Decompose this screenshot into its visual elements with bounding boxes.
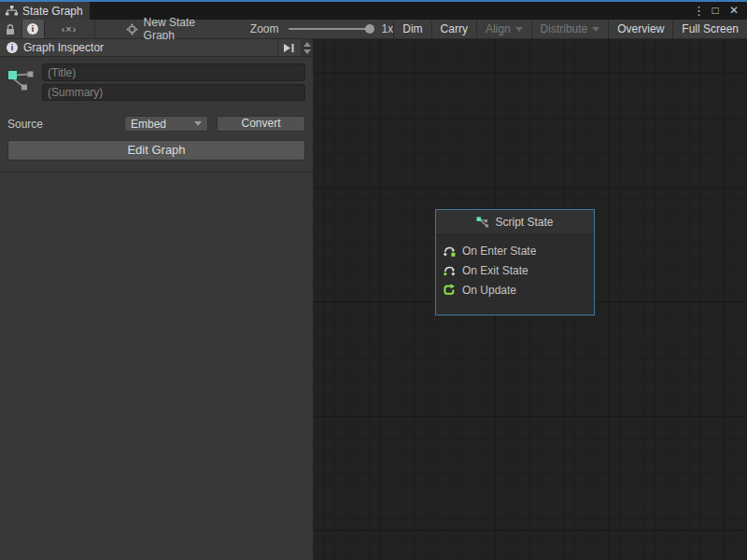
full-screen-label: Full Screen (682, 22, 739, 35)
overview-label: Overview (617, 22, 664, 35)
state-graph-window: State Graph ⋮ □ ✕ i ‹×› (0, 0, 747, 560)
on-exit-state-icon (443, 263, 456, 277)
graph-toolbar: i ‹×› New State Graph Zoom (0, 20, 747, 39)
align-button[interactable]: Align (476, 20, 531, 38)
window-menu-icon[interactable]: ⋮ (693, 3, 704, 19)
distribute-label: Distribute (541, 22, 588, 35)
graph-origin-icon (126, 23, 138, 35)
maximize-icon[interactable]: □ (708, 3, 723, 19)
graph-properties-section: Source Embed Convert Edit Graph (0, 57, 313, 173)
distribute-dropdown-arrow-icon (592, 27, 599, 32)
event-label: On Exit State (462, 264, 529, 277)
distribute-button[interactable]: Distribute (531, 20, 609, 38)
inspector-title: Graph Inspector (23, 41, 277, 54)
inspector-empty-area (0, 173, 313, 560)
on-update-icon (443, 283, 456, 297)
info-icon: i (27, 23, 38, 35)
carry-button[interactable]: Carry (431, 20, 476, 38)
graph-breadcrumb[interactable]: New State Graph (95, 20, 224, 38)
script-state-node-header[interactable]: Script State (436, 210, 594, 235)
dock-panel-button[interactable] (277, 39, 301, 56)
script-state-node[interactable]: Script State On Enter State (435, 209, 595, 315)
on-enter-state-icon (443, 244, 456, 258)
source-dropdown-arrow-icon (194, 121, 202, 126)
align-label: Align (486, 22, 511, 35)
info-icon: i (7, 42, 18, 53)
source-label: Source (7, 118, 124, 131)
source-dropdown-value: Embed (131, 118, 194, 131)
tab-title: State Graph (22, 5, 83, 18)
graph-canvas[interactable]: Script State On Enter State (314, 39, 747, 560)
full-screen-button[interactable]: Full Screen (672, 20, 747, 38)
graph-summary-input[interactable] (42, 84, 305, 101)
script-state-node-body: On Enter State On Exit State (436, 235, 594, 300)
node-title: Script State (495, 216, 553, 229)
zoom-value: 1x (382, 22, 394, 35)
zoom-slider-track (289, 28, 374, 30)
toolbar-right-buttons: Dim Carry Align Distribute Overview Full… (393, 20, 747, 38)
overview-button[interactable]: Overview (608, 20, 672, 38)
event-row-on-update[interactable]: On Update (443, 280, 594, 300)
dock-panel-icon (284, 44, 295, 52)
zoom-slider[interactable] (289, 20, 374, 39)
tab-strip: State Graph ⋮ □ ✕ (0, 2, 747, 20)
zoom-slider-thumb[interactable] (365, 24, 374, 34)
graph-title-input[interactable] (42, 63, 305, 81)
event-label: On Enter State (462, 245, 536, 258)
graph-inspector-panel: i Graph Inspector (0, 39, 314, 560)
graph-inspector-header: i Graph Inspector (0, 39, 313, 57)
align-dropdown-arrow-icon (515, 27, 523, 32)
edit-graph-button[interactable]: Edit Graph (7, 140, 305, 161)
scrub-down-icon (303, 49, 311, 54)
window-controls: ⋮ □ ✕ (693, 2, 747, 20)
state-node-icon (476, 217, 489, 228)
zoom-label: Zoom (250, 22, 279, 35)
carry-label: Carry (441, 22, 468, 35)
graph-name: New State Graph (144, 16, 224, 42)
panel-scrubber[interactable] (301, 39, 313, 56)
state-graph-tab-icon (6, 6, 18, 16)
event-label: On Update (462, 284, 516, 297)
tab-state-graph[interactable]: State Graph (0, 2, 90, 20)
source-dropdown[interactable]: Embed (124, 116, 208, 132)
lock-icon (5, 23, 16, 35)
close-icon[interactable]: ✕ (726, 3, 741, 19)
main-area: i Graph Inspector (0, 39, 747, 560)
event-row-on-enter[interactable]: On Enter State (443, 241, 594, 260)
dim-button[interactable]: Dim (393, 20, 430, 38)
zoom-control: Zoom 1x (250, 20, 393, 38)
code-preview-icon: ‹×› (62, 23, 78, 35)
dim-label: Dim (402, 22, 422, 35)
inspector-toggle-button[interactable]: i (22, 20, 45, 38)
convert-button[interactable]: Convert (217, 116, 305, 132)
scrub-up-icon (303, 42, 311, 47)
event-row-on-exit[interactable]: On Exit State (443, 260, 594, 280)
graph-title-fields (42, 63, 305, 101)
code-preview-button[interactable]: ‹×› (45, 20, 95, 38)
inspector-header-controls (277, 39, 313, 56)
graph-meta-row (7, 63, 305, 101)
lock-button[interactable] (0, 20, 22, 38)
state-graph-asset-icon (7, 63, 35, 101)
source-row: Source Embed Convert (7, 116, 305, 132)
